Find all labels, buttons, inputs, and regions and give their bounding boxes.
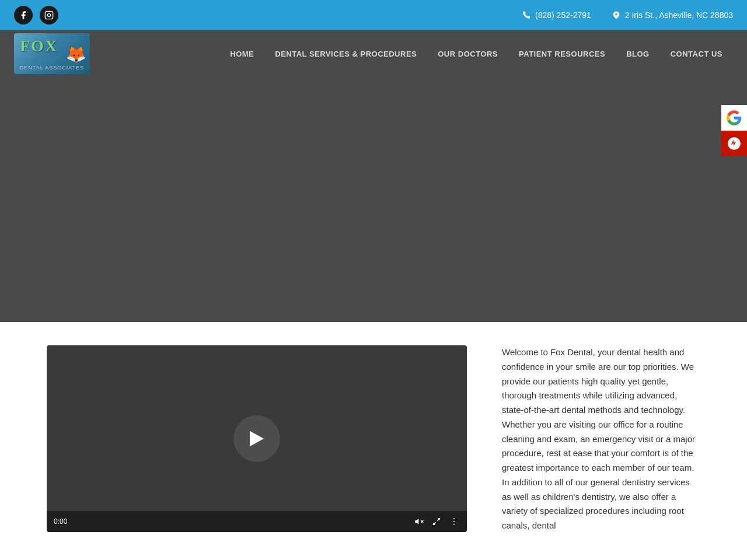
video-player[interactable]: 0:00 — [47, 345, 467, 532]
nav-services[interactable]: DENTAL SERVICES & PROCEDURES — [264, 50, 427, 58]
address-info[interactable]: 2 Iris St., Asheville, NC 28803 — [612, 10, 733, 20]
instagram-icon[interactable] — [40, 6, 58, 24]
phone-number: (828) 252-2791 — [535, 10, 591, 20]
nav-home[interactable]: HOME — [219, 50, 264, 58]
welcome-text: Welcome to Fox Dental, your dental healt… — [502, 345, 700, 533]
svg-point-9 — [453, 521, 455, 522]
nav-resources[interactable]: PATIENT RESOURCES — [508, 50, 616, 58]
address-text: 2 Iris St., Asheville, NC 28803 — [625, 10, 733, 20]
logo-subtext: DENTAL ASSOCIATES — [14, 65, 90, 71]
facebook-icon[interactable] — [14, 6, 33, 24]
nav-links: HOME DENTAL SERVICES & PROCEDURES OUR DO… — [113, 50, 733, 58]
top-bar: (828) 252-2791 2 Iris St., Asheville, NC… — [0, 0, 747, 30]
nav-bar: FOX 🦊 DENTAL ASSOCIATES HOME DENTAL SERV… — [0, 30, 747, 77]
video-volume-icon[interactable] — [413, 516, 425, 527]
video-control-icons — [413, 516, 460, 527]
hero-section — [0, 77, 747, 322]
logo-box: FOX 🦊 DENTAL ASSOCIATES — [14, 33, 90, 74]
logo-text: FOX — [20, 37, 58, 55]
video-play-button[interactable] — [233, 415, 280, 462]
phone-info[interactable]: (828) 252-2791 — [522, 10, 591, 20]
side-widgets — [721, 105, 747, 156]
video-controls-bar: 0:00 — [47, 511, 467, 532]
svg-rect-0 — [45, 11, 53, 19]
google-review-widget[interactable] — [721, 105, 747, 131]
nav-contact[interactable]: CONTACT US — [660, 50, 733, 58]
svg-point-8 — [453, 518, 455, 519]
video-fullscreen-icon[interactable] — [431, 516, 442, 527]
video-options-icon[interactable] — [448, 516, 460, 527]
nav-doctors[interactable]: OUR DOCTORS — [427, 50, 508, 58]
svg-point-2 — [615, 13, 617, 16]
svg-point-10 — [453, 524, 455, 525]
nav-blog[interactable]: BLOG — [616, 50, 660, 58]
video-time: 0:00 — [54, 517, 67, 526]
social-links — [14, 6, 58, 24]
yelp-review-widget[interactable] — [721, 131, 747, 156]
contact-info-bar: (828) 252-2791 2 Iris St., Asheville, NC… — [522, 10, 733, 20]
content-section: 0:00 Welcome to Fox Dental, your dental … — [0, 322, 747, 556]
fox-image: 🦊 — [66, 44, 86, 64]
logo-area[interactable]: FOX 🦊 DENTAL ASSOCIATES — [14, 33, 90, 74]
svg-marker-3 — [415, 519, 418, 524]
